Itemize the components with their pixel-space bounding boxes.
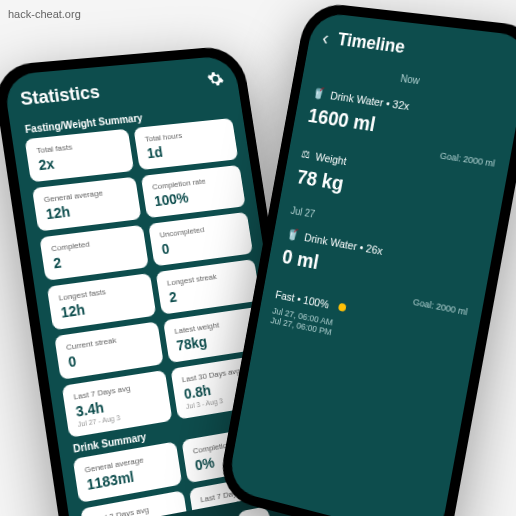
stat-card[interactable]: Uncompleted0: [148, 212, 253, 266]
cup-icon: 🥤: [311, 86, 326, 100]
stat-card[interactable]: Longest fasts12h: [47, 273, 157, 330]
stat-card[interactable]: Longest streak2: [156, 259, 261, 315]
scale-icon: ⚖: [300, 147, 311, 161]
stat-card[interactable]: General average12h: [32, 177, 142, 232]
gear-icon[interactable]: [206, 69, 226, 92]
stat-card[interactable]: Current streak0: [54, 321, 164, 379]
stat-card[interactable]: Total fasts2x: [25, 129, 135, 183]
weight-title: Weight: [315, 150, 348, 166]
stat-card[interactable]: Total hours1d: [133, 118, 238, 170]
cup-icon: 🥤: [286, 227, 301, 242]
watermark: hack-cheat.org: [8, 8, 81, 20]
status-dot: [337, 303, 346, 312]
stat-card[interactable]: Completed2: [39, 225, 149, 281]
phone-timeline: ‹ Timeline Now 🥤Drink Water • 32x 1600 m…: [217, 1, 516, 516]
stat-card[interactable]: Completion rate100%: [141, 165, 246, 218]
back-icon[interactable]: ‹: [321, 27, 331, 50]
